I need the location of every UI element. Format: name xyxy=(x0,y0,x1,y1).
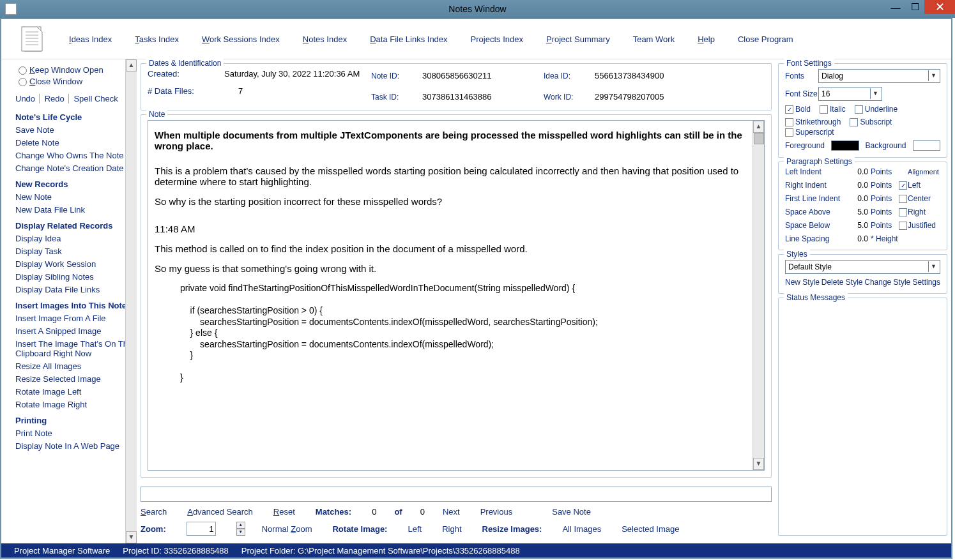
minimize-button[interactable]: — xyxy=(886,0,905,14)
link-display-web[interactable]: Display Note In A Web Page xyxy=(15,441,134,451)
superscript-checkbox[interactable]: Superscript xyxy=(785,128,834,137)
foreground-swatch[interactable] xyxy=(831,140,859,151)
task-id-value: 307386131463886 xyxy=(422,92,544,102)
link-insert-from-file[interactable]: Insert Image From A File xyxy=(15,314,134,323)
resize-selected-link[interactable]: Selected Image xyxy=(622,524,679,534)
rotate-left-link[interactable]: Left xyxy=(408,524,422,534)
menu-tasks-index[interactable]: Tasks Index xyxy=(135,34,179,44)
space-below-value[interactable]: 5.0 xyxy=(849,221,871,230)
label-close-window: Close Window xyxy=(29,77,82,86)
link-rotate-right[interactable]: Rotate Image Right xyxy=(15,400,134,409)
menu-team-work[interactable]: Team Work xyxy=(633,34,675,44)
strikethrough-checkbox[interactable]: Strikethrough xyxy=(785,117,841,126)
link-resize-selected[interactable]: Resize Selected Image xyxy=(15,374,134,384)
spell-check-link[interactable]: Spell Check xyxy=(73,94,121,103)
close-button[interactable]: ✕ xyxy=(924,0,955,14)
menu-work-sessions-index[interactable]: Work Sessions Index xyxy=(202,34,280,44)
delete-style-link[interactable]: Delete Style xyxy=(821,278,863,287)
scroll-down-icon[interactable]: ▼ xyxy=(126,531,137,543)
link-rotate-left[interactable]: Rotate Image Left xyxy=(15,387,134,397)
undo-link[interactable]: Undo xyxy=(15,94,40,103)
status-project-id: Project ID: 33526268885488 xyxy=(123,546,229,556)
menu-project-summary[interactable]: Project Summary xyxy=(546,34,610,44)
scroll-up-icon[interactable]: ▲ xyxy=(126,59,137,72)
align-center-checkbox[interactable] xyxy=(899,195,908,203)
underline-checkbox[interactable]: Underline xyxy=(855,105,898,114)
subscript-checkbox[interactable]: Subscript xyxy=(850,117,892,126)
styles-panel: Styles Default Style New Style Delete St… xyxy=(778,254,947,294)
menu-notes-index[interactable]: Notes Index xyxy=(303,34,347,44)
background-swatch[interactable] xyxy=(913,140,940,151)
redo-link[interactable]: Redo xyxy=(45,94,69,103)
rotate-right-link[interactable]: Right xyxy=(442,524,461,534)
link-change-owner[interactable]: Change Who Owns The Note xyxy=(15,151,134,160)
link-display-task[interactable]: Display Task xyxy=(15,246,134,256)
link-new-dfl[interactable]: New Data File Link xyxy=(15,205,134,215)
link-print-note[interactable]: Print Note xyxy=(15,428,134,438)
link-delete-note[interactable]: Delete Note xyxy=(15,138,134,148)
reset-link[interactable]: Reset xyxy=(273,507,295,517)
note-editor[interactable]: When multiple documents from multiple JT… xyxy=(148,121,753,470)
search-input[interactable] xyxy=(141,487,772,502)
zoom-spinner[interactable]: ▲▼ xyxy=(236,522,245,536)
resize-all-link[interactable]: All Images xyxy=(562,524,601,534)
align-right-checkbox[interactable] xyxy=(899,208,908,216)
new-style-link[interactable]: New Style xyxy=(785,278,820,287)
sidebar-scrollbar[interactable]: ▲ ▼ xyxy=(125,59,137,543)
idea-id-value: 556613738434900 xyxy=(595,71,691,80)
font-size-label: Font Size xyxy=(785,89,818,98)
font-select[interactable]: Dialog xyxy=(818,69,940,83)
data-files-value: 7 xyxy=(238,86,243,96)
right-indent-value[interactable]: 0.0 xyxy=(849,181,871,190)
change-style-link[interactable]: Change Style Settings xyxy=(864,278,940,287)
first-line-indent-value[interactable]: 0.0 xyxy=(849,194,871,203)
line-spacing-label: Line Spacing xyxy=(785,234,849,243)
align-left-checkbox[interactable]: ✓ xyxy=(899,181,908,190)
menu-close-program[interactable]: Close Program xyxy=(738,34,793,44)
resize-images-label: Resize Images: xyxy=(482,524,542,534)
menu-data-file-links-index[interactable]: Data File Links Index xyxy=(370,34,447,44)
scroll-up-icon[interactable]: ▲ xyxy=(753,121,764,133)
line-spacing-value[interactable]: 0.0 xyxy=(849,234,871,243)
menu-help[interactable]: Help xyxy=(698,34,715,44)
previous-link[interactable]: Previous xyxy=(480,507,513,517)
link-save-note[interactable]: Save Note xyxy=(15,125,134,135)
radio-close-window[interactable] xyxy=(19,78,27,86)
font-size-select[interactable]: 16 xyxy=(818,87,882,101)
note-para: This is a problem that's caused by the m… xyxy=(155,165,746,187)
zoom-input[interactable] xyxy=(187,522,216,536)
data-files-label: # Data Files: xyxy=(148,86,224,96)
idea-id-label: Idea ID: xyxy=(544,72,595,80)
status-messages-legend: Status Messages xyxy=(784,293,848,302)
left-indent-value[interactable]: 0.0 xyxy=(849,167,871,176)
search-link[interactable]: Search xyxy=(141,507,167,517)
menu-ideas-index[interactable]: Ideas Index xyxy=(69,34,112,44)
space-above-value[interactable]: 5.0 xyxy=(849,208,871,216)
advanced-search-link[interactable]: Advanced Search xyxy=(187,507,253,517)
scroll-thumb[interactable] xyxy=(754,133,764,144)
style-select[interactable]: Default Style xyxy=(785,260,940,274)
app-icon xyxy=(5,3,17,15)
maximize-button[interactable]: ☐ xyxy=(905,0,924,14)
note-timestamp: 11:48 AM xyxy=(155,223,746,234)
link-insert-clipboard[interactable]: Insert The Image That's On The Clipboard… xyxy=(15,339,134,358)
menu-projects-index[interactable]: Projects Index xyxy=(471,34,523,44)
bold-checkbox[interactable]: ✓Bold xyxy=(785,105,811,114)
link-insert-snipped[interactable]: Insert A Snipped Image xyxy=(15,326,134,336)
link-display-siblings[interactable]: Display Sibling Notes xyxy=(15,272,134,282)
link-change-date[interactable]: Change Note's Creation Date xyxy=(15,163,134,173)
normal-zoom-link[interactable]: Normal Zoom xyxy=(262,524,312,534)
link-resize-all[interactable]: Resize All Images xyxy=(15,361,134,371)
radio-keep-window-open[interactable] xyxy=(19,66,27,75)
note-scrollbar[interactable]: ▲ ▼ xyxy=(753,121,764,470)
link-display-idea[interactable]: Display Idea xyxy=(15,234,134,243)
link-display-dfl[interactable]: Display Data File Links xyxy=(15,285,134,294)
save-note-link[interactable]: Save Note xyxy=(552,507,591,517)
link-new-note[interactable]: New Note xyxy=(15,192,134,202)
link-display-ws[interactable]: Display Work Session xyxy=(15,259,134,269)
italic-checkbox[interactable]: Italic xyxy=(820,105,846,114)
next-link[interactable]: Next xyxy=(443,507,460,517)
align-justified-checkbox[interactable] xyxy=(899,222,908,230)
total-value: 0 xyxy=(420,507,425,517)
scroll-down-icon[interactable]: ▼ xyxy=(753,458,764,470)
